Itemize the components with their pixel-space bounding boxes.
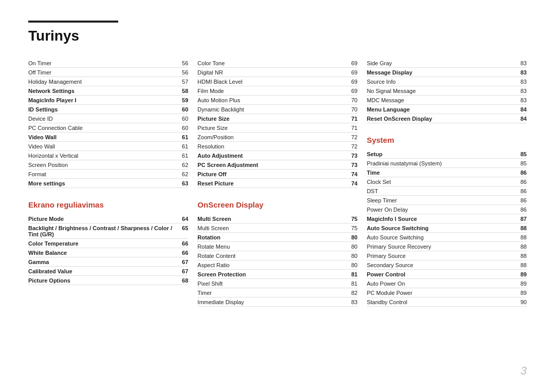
toc-num: 62 <box>177 171 188 177</box>
toc-entry: Power On Delay 86 <box>367 205 527 214</box>
toc-label: Off Timer <box>28 69 177 76</box>
toc-label: Time <box>367 170 515 176</box>
toc-entry: Source Info 83 <box>367 77 527 86</box>
toc-entry: Picture Size 71 <box>197 114 357 123</box>
toc-num: 89 <box>515 281 527 287</box>
toc-entry: Video Wall 61 <box>28 133 188 142</box>
toc-entry: Digital NR 69 <box>197 68 357 77</box>
toc-num: 74 <box>346 180 358 186</box>
toc-entry: Clock Set 86 <box>367 177 527 186</box>
toc-label: Power Control <box>367 271 515 277</box>
toc-label: Setup <box>367 151 515 157</box>
toc-entry: MDC Message 83 <box>367 96 527 105</box>
toc-num: 86 <box>515 179 527 185</box>
toc-num: 82 <box>346 290 358 296</box>
toc-entry: Reset Picture 74 <box>197 179 357 188</box>
toc-num: 67 <box>177 268 188 274</box>
toc-label: Immediate Display <box>197 299 346 305</box>
toc-entry: Timer 82 <box>197 288 357 297</box>
toc-entry: More settings 63 <box>28 179 188 188</box>
toc-label: Menu Language <box>367 106 515 113</box>
toc-entry: Rotation 80 <box>197 233 357 242</box>
toc-label: PC Connection Cable <box>28 125 177 131</box>
toc-num: 88 <box>515 225 527 231</box>
toc-num: 72 <box>346 143 358 150</box>
toc-label: Primary Source <box>367 253 515 259</box>
toc-entry: Picture Size 71 <box>197 123 357 133</box>
toc-num: 84 <box>515 106 527 113</box>
toc-num: 61 <box>177 143 188 150</box>
toc-entry: PC Screen Adjustment 73 <box>197 160 357 170</box>
toc-entry: White Balance 66 <box>28 248 188 257</box>
toc-label: Network Settings <box>28 88 177 94</box>
toc-label: Video Wall <box>28 143 177 150</box>
toc-num: 56 <box>177 69 188 76</box>
toc-num: 83 <box>515 79 527 85</box>
toc-label: ID Settings <box>28 106 177 113</box>
toc-label: Digital NR <box>197 69 346 76</box>
toc-entry: Standby Control 90 <box>367 297 527 307</box>
toc-num: 60 <box>177 106 188 113</box>
toc-label: Reset Picture <box>197 180 346 186</box>
toc-entry: Device ID 60 <box>28 114 188 123</box>
toc-label: Timer <box>197 290 346 296</box>
toc-entry: Sleep Timer 86 <box>367 196 527 205</box>
section-heading-onscreen: OnScreen Display <box>197 200 357 209</box>
toc-label: Picture Options <box>28 277 177 284</box>
toc-label: Side Gray <box>367 60 515 66</box>
toc-entry: Pradiniai nustatymai (System) 85 <box>367 159 527 168</box>
toc-entry: Primary Source Recovery 88 <box>367 242 527 251</box>
toc-entry: Primary Source 88 <box>367 251 527 260</box>
toc-entry: Video Wall 61 <box>28 142 188 151</box>
toc-entry: PC Connection Cable 60 <box>28 123 188 133</box>
toc-num: 56 <box>177 60 188 66</box>
toc-num: 83 <box>515 88 527 94</box>
toc-entry: Reset OnScreen Display 84 <box>367 114 527 123</box>
toc-num: 60 <box>177 125 188 131</box>
toc-entry: ID Settings 60 <box>28 105 188 114</box>
toc-label: Multi Screen <box>197 216 346 222</box>
toc-entry: Color Tone 69 <box>197 59 357 68</box>
toc-entry: Time 86 <box>367 168 527 177</box>
toc-entry: Screen Position 62 <box>28 160 188 170</box>
toc-num: 86 <box>515 197 527 203</box>
toc-num: 85 <box>515 151 527 157</box>
toc-num: 80 <box>346 234 358 240</box>
toc-entry: Auto Motion Plus 70 <box>197 96 357 105</box>
page-number: 3 <box>521 364 527 378</box>
toc-label: Standby Control <box>367 299 515 305</box>
toc-label: PC Screen Adjustment <box>197 162 346 168</box>
toc-label: Dynamic Backlight <box>197 106 346 113</box>
toc-entry: Multi Screen 75 <box>197 214 357 223</box>
toc-label: Message Display <box>367 69 515 76</box>
toc-num: 83 <box>515 60 527 66</box>
toc-num: 88 <box>515 244 527 250</box>
toc-label: Screen Position <box>28 162 177 168</box>
toc-entry: Multi Screen 75 <box>197 223 357 233</box>
toc-num: 84 <box>515 116 527 122</box>
toc-num: 73 <box>346 153 358 159</box>
toc-entry: Immediate Display 83 <box>197 297 357 307</box>
toc-label: Multi Screen <box>197 225 346 231</box>
toc-num: 89 <box>515 290 527 296</box>
toc-num: 83 <box>515 69 527 76</box>
toc-num: 80 <box>346 244 358 250</box>
col3: Side Gray 83 Message Display 83 Source I… <box>367 59 527 307</box>
toc-entry: Backlight / Brightness / Contrast / Shar… <box>28 223 188 239</box>
toc-num: 68 <box>177 277 188 284</box>
toc-label: Reset OnScreen Display <box>367 116 515 122</box>
toc-label: Gamma <box>28 259 177 265</box>
toc-label: Rotation <box>197 234 346 240</box>
toc-label: Auto Adjustment <box>197 153 346 159</box>
toc-label: Source Info <box>367 79 515 85</box>
toc-num: 65 <box>177 225 188 231</box>
toc-label: Pixel Shift <box>197 281 346 287</box>
toc-label: Auto Source Switching <box>367 234 515 240</box>
toc-num: 69 <box>346 69 358 76</box>
toc-entry: Auto Source Switching 88 <box>367 233 527 242</box>
toc-entry: Menu Language 84 <box>367 105 527 114</box>
toc-entry: Picture Options 68 <box>28 276 188 285</box>
toc-entry: Power Control 89 <box>367 270 527 279</box>
title-bar <box>28 21 118 23</box>
toc-label: Picture Size <box>197 116 346 122</box>
